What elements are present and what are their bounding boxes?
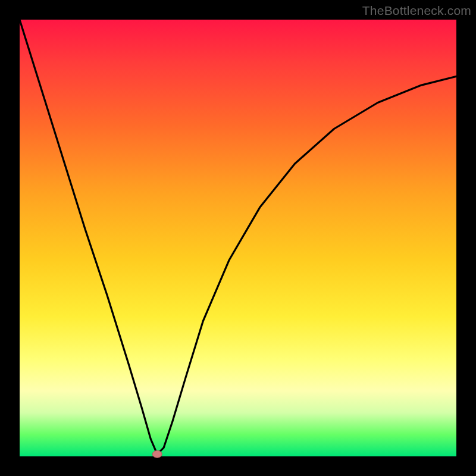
chart-frame: TheBottleneck.com <box>0 0 476 476</box>
min-marker <box>152 450 162 458</box>
watermark-text: TheBottleneck.com <box>362 4 471 18</box>
plot-area <box>20 20 456 456</box>
bottleneck-curve <box>20 20 456 454</box>
curve-svg <box>20 20 456 456</box>
